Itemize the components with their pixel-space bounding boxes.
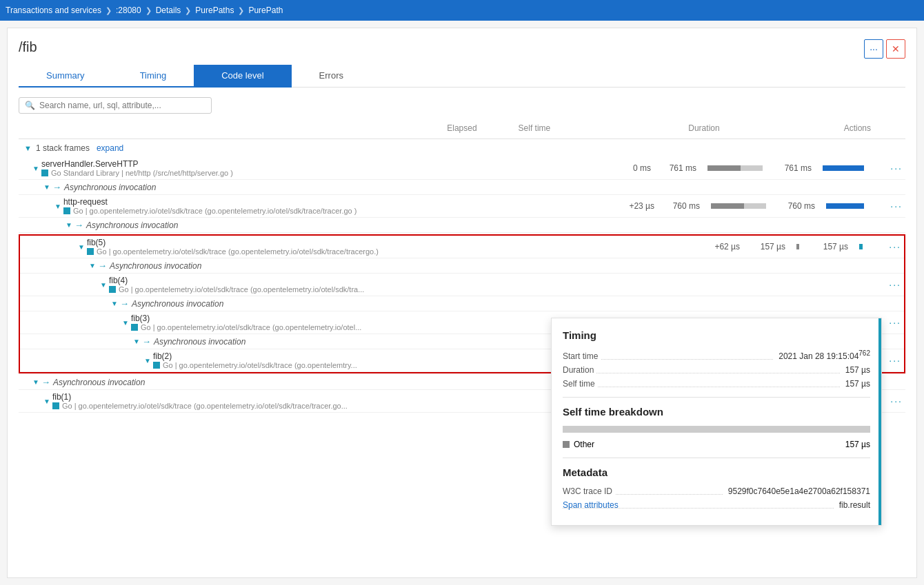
breadcrumb-item-4[interactable]: PurePaths [181,6,234,15]
async-label: Asynchronous invocation [110,261,201,271]
elapsed-val: +23 µs [616,201,654,211]
self-time-bar [707,165,763,171]
teal-box-icon [109,286,116,293]
chevron-icon[interactable]: ▼ [122,319,129,327]
w3c-label: W3C trace ID [563,486,615,496]
chevron-icon[interactable]: ▼ [111,300,118,307]
chevron-icon[interactable]: ▼ [43,398,50,405]
tab-bar: Summary Timing Code level Errors [19,65,905,88]
chevron-icon[interactable]: ▼ [133,338,140,345]
more-options-button[interactable]: ··· [864,39,883,59]
timing-cols: +23 µs 760 ms 760 ms ··· [616,201,903,212]
self-time-val: 760 ms [665,201,700,211]
timing-tooltip: Timing Start time 2021 Jan 28 19:15:0476… [551,318,882,526]
row-actions-button[interactable]: ··· [875,201,903,212]
main-panel: ··· ✕ /fib Summary Timing Code level Err… [7,28,917,578]
row-actions-button[interactable]: ··· [874,279,901,290]
breadcrumb-item-1[interactable]: Transactions and services [6,6,101,15]
close-button[interactable]: ✕ [886,39,905,59]
chevron-icon[interactable]: ▼ [32,165,39,172]
search-icon: 🔍 [25,101,35,110]
breadcrumb-item-3[interactable]: Details [141,6,181,15]
self-time-bar [711,203,766,209]
fn-label: serverHandler.ServeHTTP Go Standard Libr… [41,159,613,177]
tree-row: ▼ → Asynchronous invocation [20,296,904,311]
teal-box-icon [41,170,48,176]
col-self-time: Self time [519,123,551,133]
breadcrumb-item-2[interactable]: :28080 [101,6,141,15]
search-input[interactable] [39,101,205,110]
tree-row: ▼ → Asynchronous invocation [19,180,905,195]
chevron-icon[interactable]: ▼ [32,378,39,386]
metadata-title: Metadata [563,466,870,478]
chevron-icon[interactable]: ▼ [54,203,61,210]
async-label: Asynchronous invocation [154,337,245,347]
fn-sub: Go Standard Library | net/http (/src/net… [41,169,613,177]
duration-val: 761 ms [774,163,812,173]
expand-link[interactable]: expand [97,143,123,153]
timing-cols: +62 µs 157 µs 157 µs ··· [702,241,901,252]
arrow-icon: → [52,182,61,192]
fn-label: fib(4) Go | go.opentelemetry.io/otel/sdk… [109,276,874,294]
arrow-icon: → [98,260,107,271]
page-title: /fib [19,39,905,55]
start-time-label: Start time [563,351,601,361]
tab-timing[interactable]: Timing [112,65,194,88]
col-duration: Duration [688,123,719,133]
duration-val: 157 µs [810,242,848,252]
top-right-actions: ··· ✕ [864,39,905,59]
search-bar[interactable]: 🔍 [19,97,212,114]
tab-code-level[interactable]: Code level [194,65,291,88]
teal-box-icon [63,207,70,214]
self-time-bar [796,244,799,249]
duration-value: 157 µs [845,365,870,375]
w3c-row: W3C trace ID 9529f0c7640e5e1a4e2700a62f1… [563,486,870,496]
fn-name: serverHandler.ServeHTTP [41,159,613,169]
chevron-icon[interactable]: ▼ [78,243,85,251]
duration-bar [823,165,864,171]
tooltip-timing-title: Timing [563,329,870,341]
span-attributes-link[interactable]: Span attributes [563,500,619,510]
chevron-icon[interactable]: ▼ [66,221,72,229]
span-row: Span attributes fib.result [563,500,870,510]
tab-errors[interactable]: Errors [292,65,371,88]
chevron-icon[interactable]: ▼ [89,262,96,269]
chevron-icon[interactable]: ▼ [144,357,151,365]
col-actions: Actions [844,123,871,133]
breadcrumb-item-5[interactable]: PurePath [234,6,283,15]
breadcrumb: Transactions and services :28080 Details… [0,0,924,21]
col-elapsed: Elapsed [447,123,476,133]
async-label: Asynchronous invocation [64,183,156,192]
fn-name: fib(5) [87,238,702,247]
chevron-icon[interactable]: ▼ [100,281,107,289]
fn-sub: Go | go.opentelemetry.io/otel/sdk/trace … [87,247,702,256]
tab-summary[interactable]: Summary [19,65,112,88]
stack-frame-header: ▼ 1 stack frames expand [19,139,905,157]
elapsed-val: 0 ms [613,163,651,173]
other-row: Other 157 µs [563,440,870,449]
fn-name: fib(4) [109,276,874,285]
duration-label: Duration [563,365,596,375]
fn-sub: Go | go.opentelemetry.io/otel/sdk/trace … [109,285,874,294]
duration-bar [826,203,864,209]
teal-box-icon [52,402,59,409]
tooltip-separator-2 [563,458,870,458]
timing-cols: ··· [874,279,901,290]
row-actions-button[interactable]: ··· [874,241,901,252]
w3c-value: 9529f0c7640e5e1a4e2700a62f158371 [728,486,870,496]
timing-cols: 0 ms 761 ms 761 ms ··· [613,163,903,174]
teal-box-icon [153,362,160,369]
breakdown-title: Self time breakdown [563,406,870,418]
fn-name: http-request [63,197,616,207]
arrow-icon: → [74,220,83,230]
arrow-icon: → [41,377,50,387]
self-time-val: 157 µs [751,242,785,252]
async-label: Asynchronous invocation [86,220,178,230]
elapsed-val: +62 µs [702,242,740,252]
tree-row: ▼ fib(5) Go | go.opentelemetry.io/otel/s… [20,236,904,258]
tree-row: ▼ http-request Go | go.opentelemetry.io/… [19,195,905,218]
start-time-value: 2021 Jan 28 19:15:04762 [779,349,870,361]
chevron-icon[interactable]: ▼ [43,183,50,191]
row-actions-button[interactable]: ··· [875,163,903,174]
tooltip-self-time-row: Self time 157 µs [563,379,870,389]
